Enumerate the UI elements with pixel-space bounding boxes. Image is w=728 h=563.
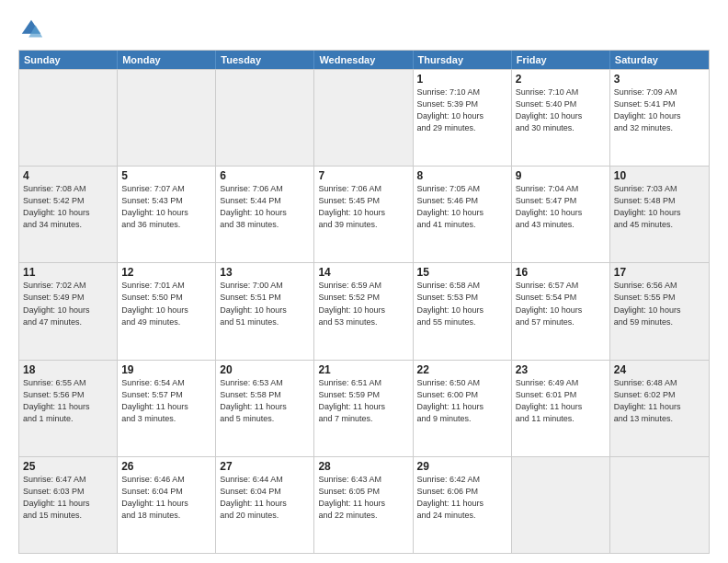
day-number: 1 [417,73,507,86]
calendar-cell: 26Sunrise: 6:46 AM Sunset: 6:04 PM Dayli… [118,457,216,553]
day-number: 13 [220,266,310,279]
day-number: 29 [417,460,507,473]
calendar-cell: 23Sunrise: 6:49 AM Sunset: 6:01 PM Dayli… [512,361,610,456]
day-number: 7 [318,169,408,182]
day-info: Sunrise: 7:02 AM Sunset: 5:49 PM Dayligh… [23,280,113,327]
logo [18,17,48,42]
day-info: Sunrise: 6:44 AM Sunset: 6:04 PM Dayligh… [220,474,310,522]
day-number: 23 [516,363,606,376]
logo-icon [18,17,44,42]
day-number: 3 [614,73,705,86]
weekday-header-tuesday: Tuesday [216,51,314,69]
day-number: 14 [318,266,408,279]
day-info: Sunrise: 7:07 AM Sunset: 5:43 PM Dayligh… [121,183,211,231]
calendar-cell [512,457,610,553]
calendar-cell: 10Sunrise: 7:03 AM Sunset: 5:48 PM Dayli… [610,167,709,262]
calendar-cell [19,70,118,166]
calendar-cell: 11Sunrise: 7:02 AM Sunset: 5:49 PM Dayli… [19,263,118,359]
calendar-cell: 3Sunrise: 7:09 AM Sunset: 5:41 PM Daylig… [610,70,709,166]
calendar-cell: 22Sunrise: 6:50 AM Sunset: 6:00 PM Dayli… [414,361,512,456]
calendar-week-1: 1Sunrise: 7:10 AM Sunset: 5:39 PM Daylig… [19,69,709,166]
day-info: Sunrise: 6:51 AM Sunset: 5:59 PM Dayligh… [318,377,408,425]
calendar-cell [118,70,216,166]
calendar-week-4: 18Sunrise: 6:55 AM Sunset: 5:56 PM Dayli… [19,360,709,456]
calendar-cell: 25Sunrise: 6:47 AM Sunset: 6:03 PM Dayli… [19,457,118,553]
day-number: 17 [614,266,705,279]
day-info: Sunrise: 6:46 AM Sunset: 6:04 PM Dayligh… [121,474,211,522]
page: SundayMondayTuesdayWednesdayThursdayFrid… [0,0,728,563]
day-info: Sunrise: 7:10 AM Sunset: 5:40 PM Dayligh… [516,86,606,134]
day-info: Sunrise: 6:50 AM Sunset: 6:00 PM Dayligh… [417,377,507,425]
day-number: 28 [318,460,408,473]
calendar-week-5: 25Sunrise: 6:47 AM Sunset: 6:03 PM Dayli… [19,456,709,553]
calendar-cell: 19Sunrise: 6:54 AM Sunset: 5:57 PM Dayli… [118,361,216,456]
day-info: Sunrise: 7:04 AM Sunset: 5:47 PM Dayligh… [516,183,606,231]
calendar-cell: 28Sunrise: 6:43 AM Sunset: 6:05 PM Dayli… [314,457,413,553]
day-number: 21 [318,363,408,376]
day-info: Sunrise: 6:56 AM Sunset: 5:55 PM Dayligh… [614,280,705,327]
day-number: 10 [614,169,705,182]
calendar-cell: 4Sunrise: 7:08 AM Sunset: 5:42 PM Daylig… [19,167,118,262]
day-info: Sunrise: 7:09 AM Sunset: 5:41 PM Dayligh… [614,86,705,134]
day-info: Sunrise: 6:54 AM Sunset: 5:57 PM Dayligh… [121,377,211,425]
day-number: 9 [516,169,606,182]
day-info: Sunrise: 6:43 AM Sunset: 6:05 PM Dayligh… [318,474,408,522]
day-number: 6 [220,169,310,182]
day-info: Sunrise: 6:48 AM Sunset: 6:02 PM Dayligh… [614,377,705,425]
calendar: SundayMondayTuesdayWednesdayThursdayFrid… [18,50,710,554]
day-info: Sunrise: 6:55 AM Sunset: 5:56 PM Dayligh… [23,377,113,425]
weekday-header-saturday: Saturday [610,51,709,69]
day-number: 25 [23,460,113,473]
calendar-cell: 15Sunrise: 6:58 AM Sunset: 5:53 PM Dayli… [414,263,512,359]
calendar-cell [314,70,413,166]
day-number: 19 [121,363,211,376]
day-info: Sunrise: 7:06 AM Sunset: 5:45 PM Dayligh… [318,183,408,231]
day-number: 20 [220,363,310,376]
day-info: Sunrise: 7:05 AM Sunset: 5:46 PM Dayligh… [417,183,507,231]
calendar-cell: 17Sunrise: 6:56 AM Sunset: 5:55 PM Dayli… [610,263,709,359]
calendar-week-2: 4Sunrise: 7:08 AM Sunset: 5:42 PM Daylig… [19,166,709,262]
day-info: Sunrise: 7:06 AM Sunset: 5:44 PM Dayligh… [220,183,310,231]
day-number: 15 [417,266,507,279]
weekday-header-monday: Monday [118,51,216,69]
calendar-body: 1Sunrise: 7:10 AM Sunset: 5:39 PM Daylig… [19,69,709,553]
day-number: 5 [121,169,211,182]
calendar-cell: 7Sunrise: 7:06 AM Sunset: 5:45 PM Daylig… [314,167,413,262]
calendar-cell: 2Sunrise: 7:10 AM Sunset: 5:40 PM Daylig… [512,70,610,166]
calendar-cell: 14Sunrise: 6:59 AM Sunset: 5:52 PM Dayli… [314,263,413,359]
day-info: Sunrise: 6:42 AM Sunset: 6:06 PM Dayligh… [417,474,507,522]
calendar-cell: 8Sunrise: 7:05 AM Sunset: 5:46 PM Daylig… [414,167,512,262]
calendar-cell: 24Sunrise: 6:48 AM Sunset: 6:02 PM Dayli… [610,361,709,456]
day-info: Sunrise: 6:53 AM Sunset: 5:58 PM Dayligh… [220,377,310,425]
day-info: Sunrise: 6:58 AM Sunset: 5:53 PM Dayligh… [417,280,507,327]
day-info: Sunrise: 7:08 AM Sunset: 5:42 PM Dayligh… [23,183,113,231]
calendar-cell: 27Sunrise: 6:44 AM Sunset: 6:04 PM Dayli… [216,457,314,553]
day-number: 26 [121,460,211,473]
weekday-header-wednesday: Wednesday [314,51,413,69]
day-info: Sunrise: 7:10 AM Sunset: 5:39 PM Dayligh… [417,86,507,134]
day-number: 8 [417,169,507,182]
day-number: 24 [614,363,705,376]
calendar-header: SundayMondayTuesdayWednesdayThursdayFrid… [19,51,709,69]
day-number: 22 [417,363,507,376]
day-number: 18 [23,363,113,376]
header [18,17,710,42]
day-info: Sunrise: 7:01 AM Sunset: 5:50 PM Dayligh… [121,280,211,327]
day-info: Sunrise: 6:57 AM Sunset: 5:54 PM Dayligh… [516,280,606,327]
weekday-header-sunday: Sunday [19,51,118,69]
calendar-cell: 18Sunrise: 6:55 AM Sunset: 5:56 PM Dayli… [19,361,118,456]
day-info: Sunrise: 6:59 AM Sunset: 5:52 PM Dayligh… [318,280,408,327]
day-number: 4 [23,169,113,182]
day-number: 2 [516,73,606,86]
calendar-cell [610,457,709,553]
calendar-cell: 21Sunrise: 6:51 AM Sunset: 5:59 PM Dayli… [314,361,413,456]
day-info: Sunrise: 6:47 AM Sunset: 6:03 PM Dayligh… [23,474,113,522]
calendar-cell: 9Sunrise: 7:04 AM Sunset: 5:47 PM Daylig… [512,167,610,262]
weekday-header-friday: Friday [512,51,610,69]
calendar-cell: 13Sunrise: 7:00 AM Sunset: 5:51 PM Dayli… [216,263,314,359]
day-info: Sunrise: 7:03 AM Sunset: 5:48 PM Dayligh… [614,183,705,231]
day-number: 27 [220,460,310,473]
calendar-cell: 29Sunrise: 6:42 AM Sunset: 6:06 PM Dayli… [414,457,512,553]
day-number: 12 [121,266,211,279]
calendar-cell: 12Sunrise: 7:01 AM Sunset: 5:50 PM Dayli… [118,263,216,359]
